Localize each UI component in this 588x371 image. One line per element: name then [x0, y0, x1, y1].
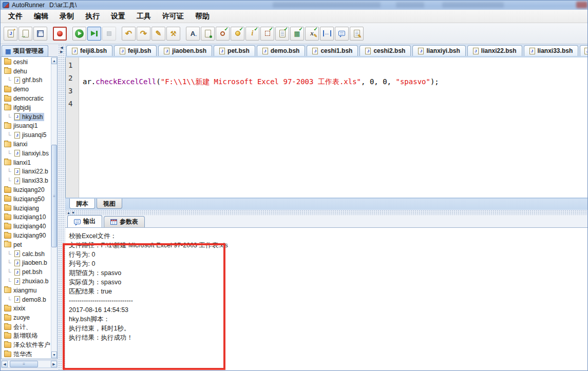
- vertical-splitter[interactable]: ◀ ▶: [58, 44, 65, 371]
- scroll-down-arrow[interactable]: ▼: [51, 352, 57, 358]
- project-panel-header[interactable]: ▦ 项目管理器: [2, 45, 48, 56]
- collapse-up-icon[interactable]: ▲: [67, 211, 70, 214]
- record-button[interactable]: [53, 27, 67, 41]
- forward-arrow-button[interactable]: ↷: [137, 27, 150, 41]
- image-checkpoint-button[interactable]: [201, 27, 215, 41]
- tree-item-新增联络[interactable]: 新增联络: [2, 331, 51, 341]
- save-script-button[interactable]: [33, 27, 47, 41]
- menu-帮助[interactable]: 帮助: [189, 11, 215, 22]
- scroll-up-arrow[interactable]: ▲: [51, 57, 57, 64]
- menu-文件[interactable]: 文件: [3, 11, 28, 22]
- collapse-right-icon[interactable]: ▶: [60, 50, 63, 53]
- tree-item-pet[interactable]: pet: [2, 240, 51, 249]
- scroll-left-arrow[interactable]: ◀: [2, 361, 8, 367]
- view-tab-脚本[interactable]: 脚本: [69, 199, 95, 209]
- menu-编辑[interactable]: 编辑: [28, 11, 54, 22]
- tree-item-pet.bsh[interactable]: └pet.bsh: [2, 267, 51, 277]
- tree-horizontal-scrollbar[interactable]: ◀ ≡ ▶: [1, 360, 58, 368]
- tab-ceshi1.bsh[interactable]: ceshi1.bsh: [307, 45, 358, 56]
- tree-item-xixix[interactable]: xixix: [2, 304, 51, 314]
- tab-partial[interactable]: [580, 45, 588, 56]
- run-step-button[interactable]: [87, 27, 101, 41]
- tree-item-calc.bsh[interactable]: └calc.bsh: [2, 249, 51, 259]
- run-button[interactable]: [72, 27, 86, 41]
- tab-lianxiyi.bsh[interactable]: lianxiyi.bsh: [412, 45, 465, 56]
- folder-closed-icon: [4, 196, 11, 202]
- scroll-right-arrow[interactable]: ▶: [51, 361, 57, 367]
- tree-item-lianxiyi.bs[interactable]: └lianxiyi.bs: [2, 149, 51, 158]
- tab-feiji8.bsh[interactable]: feiji8.bsh: [66, 45, 112, 56]
- tab-demo.bsh[interactable]: demo.bsh: [257, 45, 306, 56]
- tree-item-zhuxiao.b[interactable]: └zhuxiao.b: [2, 277, 51, 286]
- tree-item-liuziqiang[interactable]: liuziqiang: [2, 204, 51, 213]
- menu-工具[interactable]: 工具: [131, 11, 157, 22]
- stop-button[interactable]: [102, 27, 116, 41]
- tree-item-泽众软件客户[interactable]: 泽众软件客户: [2, 341, 51, 350]
- menu-设置[interactable]: 设置: [105, 11, 131, 22]
- output-tab-参数表[interactable]: 参数表: [104, 216, 145, 227]
- tools-wrench-button[interactable]: ⚒: [166, 27, 180, 41]
- tree-item-liuziqiang10[interactable]: liuziqiang10: [2, 213, 51, 222]
- tree-item-liuziqiang40[interactable]: liuziqiang40: [2, 222, 51, 231]
- tree-item-liuziqang20[interactable]: liuziqang20: [2, 185, 51, 194]
- sync-point-button[interactable]: ↔: [320, 27, 334, 41]
- tree-item-lianxi1[interactable]: lianxi1: [2, 158, 51, 167]
- view-tab-视图[interactable]: 视图: [97, 199, 122, 209]
- tree-item-hky.bsh[interactable]: └hky.bsh: [2, 112, 51, 122]
- object-checkpoint-button[interactable]: ✓: [216, 27, 230, 41]
- tree-item-zuoye[interactable]: zuoye: [2, 313, 51, 322]
- tree-item-liuziqiang90[interactable]: liuziqiang90: [2, 231, 51, 240]
- menu-许可证[interactable]: 许可证: [157, 11, 189, 22]
- tree-item-ceshi[interactable]: ceshi: [2, 57, 51, 67]
- area-checkpoint-button[interactable]: ✓: [260, 27, 274, 41]
- bsh-file-icon: [72, 48, 78, 54]
- tab-ceshi2.bsh[interactable]: ceshi2.bsh: [359, 45, 411, 56]
- collapse-down-icon[interactable]: ▼: [71, 211, 75, 214]
- tree-connector: └: [7, 278, 14, 284]
- excel-checkpoint-button[interactable]: ▦✓: [290, 27, 304, 41]
- collapse-left-icon[interactable]: ◀: [60, 46, 63, 49]
- tree-item-jiaoben.b[interactable]: └jiaoben.b: [2, 259, 51, 268]
- tree-item-会计、[interactable]: 会计、: [2, 322, 51, 331]
- insert-pen-button[interactable]: ✎: [151, 27, 165, 41]
- tab-jiaoben.bsh[interactable]: jiaoben.bsh: [158, 45, 212, 56]
- tree-item-content: liuziqiang90: [4, 231, 47, 240]
- tree-item-lianxi22.b[interactable]: └lianxi22.b: [2, 167, 51, 177]
- tree-item-范华杰[interactable]: 范华杰: [2, 350, 51, 359]
- tree-item-demo[interactable]: demo: [2, 85, 51, 94]
- tab-lianxi22.bsh[interactable]: lianxi22.bsh: [467, 45, 522, 56]
- menu-执行[interactable]: 执行: [80, 11, 105, 22]
- code-editor[interactable]: 1234 ar.checkExcelCell("F:\\1\\新建 Micros…: [65, 57, 588, 198]
- tree-item-ghf.bsh[interactable]: └ghf.bsh: [2, 76, 51, 85]
- code-area[interactable]: ar.checkExcelCell("F:\\1\\新建 Microsoft E…: [79, 57, 588, 198]
- tree-item-xiangmu[interactable]: xiangmu: [2, 286, 51, 295]
- tree-item-jisuanqi5[interactable]: └jisuanqi5: [2, 130, 51, 140]
- tab-lianxi33.bsh[interactable]: lianxi33.bsh: [524, 45, 579, 56]
- back-arrow-button[interactable]: ↶: [122, 27, 136, 41]
- message-output-button[interactable]: [335, 27, 349, 41]
- open-script-button[interactable]: →: [18, 27, 32, 41]
- tree-item-dehu[interactable]: dehu: [2, 67, 51, 76]
- tab-feiji.bsh[interactable]: feiji.bsh: [114, 45, 157, 56]
- tree-item-liuziqang50[interactable]: liuziqang50: [2, 194, 51, 204]
- tab-pet.bsh[interactable]: pet.bsh: [214, 45, 255, 56]
- scroll-thumb[interactable]: ≡: [10, 361, 38, 367]
- tree-vertical-scrollbar[interactable]: ▲ ≡ ▼: [51, 57, 57, 358]
- info-checkpoint-button[interactable]: i✓: [245, 27, 259, 41]
- properties-form-button[interactable]: ✎: [350, 27, 364, 41]
- tree-item-lianxi[interactable]: lianxi: [2, 140, 51, 149]
- tree-item-lianxi33.b[interactable]: └lianxi33.b: [2, 176, 51, 185]
- output-tab-输出[interactable]: 输出: [67, 215, 102, 227]
- tree-item-jisuanqi1[interactable]: jisuanqi1: [2, 122, 51, 131]
- horizontal-splitter[interactable]: ▲ ▼: [65, 210, 588, 215]
- tree-item-demo8.b[interactable]: └demo8.b: [2, 295, 51, 304]
- scroll-thumb[interactable]: ≡: [51, 145, 57, 247]
- document-checkpoint-button[interactable]: ✓: [275, 27, 289, 41]
- text-checkpoint-button[interactable]: A→: [186, 27, 200, 41]
- tree-item-ifgbjdij[interactable]: ifgbjdij: [2, 103, 51, 112]
- menu-录制[interactable]: 录制: [54, 11, 80, 22]
- new-script-button[interactable]: *: [4, 27, 17, 41]
- formula-checkpoint-button[interactable]: x✎✓: [305, 27, 319, 41]
- value-checkpoint-button[interactable]: ✓: [231, 27, 244, 41]
- tree-item-democratic[interactable]: democratic: [2, 94, 51, 103]
